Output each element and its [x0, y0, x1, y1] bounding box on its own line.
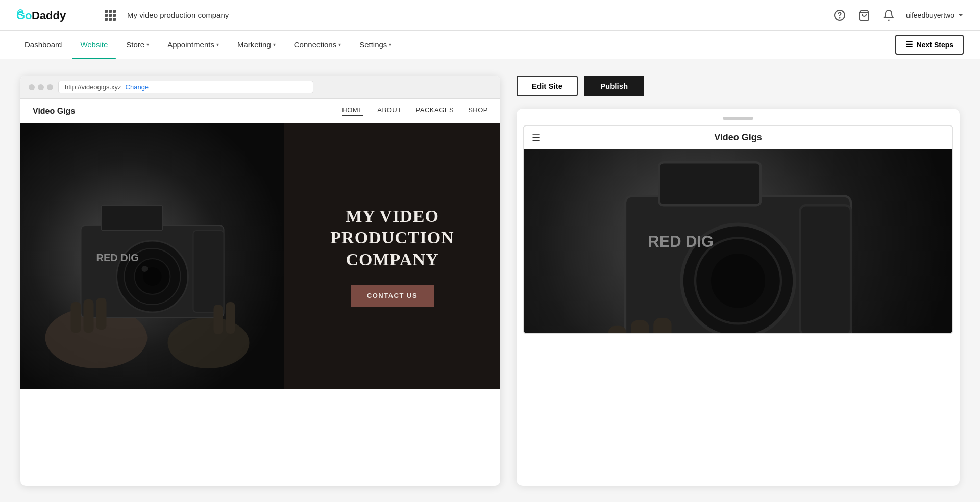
svg-rect-18 [71, 302, 81, 333]
site-nav-bar: Video Gigs HOME ABOUT PACKAGES SHOP [20, 99, 500, 123]
browser-chrome: http://videogigs.xyz Change [20, 76, 500, 99]
nav-item-marketing[interactable]: Marketing ▾ [229, 31, 284, 59]
hero-dark-half: MY VIDEO PRODUCTION COMPANY CONTACT US [284, 123, 500, 389]
help-icon[interactable] [832, 8, 847, 22]
browser-url-change[interactable]: Change [126, 83, 149, 91]
nav-label-store: Store [126, 40, 144, 49]
bell-icon[interactable] [881, 8, 896, 22]
mobile-preview-container: ☰ Video Gigs [517, 109, 960, 486]
site-hero: RED DIG MY VIDEO PRODUCTION COMPANY CONT… [20, 123, 500, 389]
svg-rect-35 [653, 318, 671, 333]
svg-text:RED DIG: RED DIG [648, 233, 714, 250]
nav-links: Dashboard Website Store ▾ Appointments ▾… [16, 31, 895, 59]
nav-label-appointments: Appointments [167, 40, 214, 49]
svg-text:RED DIG: RED DIG [96, 252, 139, 263]
grid-icon[interactable] [105, 10, 116, 21]
main-content: http://videogigs.xyz Change Video Gigs H… [0, 59, 980, 502]
svg-rect-34 [631, 320, 649, 333]
topbar-divider [91, 9, 91, 21]
mobile-phone-frame: ☰ Video Gigs [523, 125, 953, 334]
browser-url-bar: http://videogigs.xyz Change [58, 81, 313, 93]
topbar-site-name: My video production company [127, 11, 229, 19]
publish-button[interactable]: Publish [584, 76, 644, 96]
browser-preview: http://videogigs.xyz Change Video Gigs H… [20, 76, 500, 486]
topbar-logo: Go Daddy My video production company [16, 7, 229, 23]
svg-rect-21 [214, 305, 223, 334]
svg-rect-16 [193, 231, 224, 312]
site-nav-links: HOME ABOUT PACKAGES SHOP [342, 106, 488, 116]
nav-item-settings[interactable]: Settings ▾ [351, 31, 400, 59]
site-nav-about[interactable]: ABOUT [377, 106, 401, 116]
svg-rect-22 [226, 302, 235, 334]
next-steps-button[interactable]: ☰ Next Steps [895, 35, 964, 55]
topbar-user[interactable]: uifeedbuyertwo [906, 11, 964, 19]
mobile-site-header: ☰ Video Gigs [524, 126, 952, 149]
nav-label-marketing: Marketing [237, 40, 271, 49]
mobile-hero: RED DIG [524, 149, 952, 333]
nav-label-settings: Settings [359, 40, 387, 49]
nav-item-appointments[interactable]: Appointments ▾ [159, 31, 227, 59]
mobile-notch-bar [523, 117, 953, 125]
topbar-right: uifeedbuyertwo [832, 8, 964, 22]
browser-dot-red [29, 84, 35, 90]
nav-item-store[interactable]: Store ▾ [118, 31, 157, 59]
svg-rect-19 [84, 299, 94, 333]
mobile-site-logo: Video Gigs [714, 132, 762, 143]
godaddy-logo-svg: Go Daddy [16, 7, 78, 23]
store-chevron-icon: ▾ [146, 42, 149, 47]
svg-rect-20 [96, 298, 107, 330]
list-icon: ☰ [905, 40, 913, 49]
nav-label-dashboard: Dashboard [24, 40, 62, 49]
topbar: Go Daddy My video production company [0, 0, 980, 31]
site-nav-shop[interactable]: SHOP [468, 106, 488, 116]
godaddy-logo: Go Daddy [16, 7, 78, 23]
edit-site-button[interactable]: Edit Site [517, 76, 578, 96]
browser-dots [29, 84, 53, 90]
browser-url-text: http://videogigs.xyz [65, 83, 121, 91]
browser-dot-yellow [38, 84, 44, 90]
browser-dot-green [47, 84, 53, 90]
topbar-username: uifeedbuyertwo [906, 11, 954, 19]
marketing-chevron-icon: ▾ [273, 42, 276, 47]
nav-item-connections[interactable]: Connections ▾ [286, 31, 349, 59]
hero-image: RED DIG [20, 123, 284, 389]
connections-chevron-icon: ▾ [338, 42, 341, 47]
site-preview: Video Gigs HOME ABOUT PACKAGES SHOP [20, 99, 500, 389]
cart-icon[interactable] [857, 8, 871, 22]
svg-point-30 [711, 254, 765, 308]
settings-chevron-icon: ▾ [389, 42, 391, 47]
hero-title: MY VIDEO PRODUCTION COMPANY [284, 206, 500, 271]
svg-point-4 [840, 17, 840, 18]
nav-item-dashboard[interactable]: Dashboard [16, 31, 70, 59]
appointments-chevron-icon: ▾ [216, 42, 219, 47]
right-panel: Edit Site Publish ☰ Video Gigs [517, 76, 960, 486]
svg-rect-27 [659, 162, 761, 205]
svg-rect-10 [102, 205, 163, 231]
nav-item-website[interactable]: Website [72, 31, 116, 59]
site-logo: Video Gigs [33, 107, 75, 116]
nav-label-connections: Connections [294, 40, 336, 49]
svg-rect-31 [800, 205, 851, 333]
action-buttons: Edit Site Publish [517, 76, 960, 96]
next-steps-label: Next Steps [917, 41, 953, 49]
mobile-notch [723, 117, 753, 120]
site-nav-home[interactable]: HOME [342, 106, 363, 116]
hero-cta-button[interactable]: CONTACT US [351, 285, 434, 307]
nav-label-website: Website [80, 40, 108, 49]
svg-text:Daddy: Daddy [32, 9, 66, 22]
svg-point-15 [142, 266, 148, 272]
mobile-hamburger-icon[interactable]: ☰ [532, 132, 540, 143]
navbar: Dashboard Website Store ▾ Appointments ▾… [0, 31, 980, 59]
svg-point-8 [168, 317, 250, 368]
site-nav-packages[interactable]: PACKAGES [416, 106, 454, 116]
